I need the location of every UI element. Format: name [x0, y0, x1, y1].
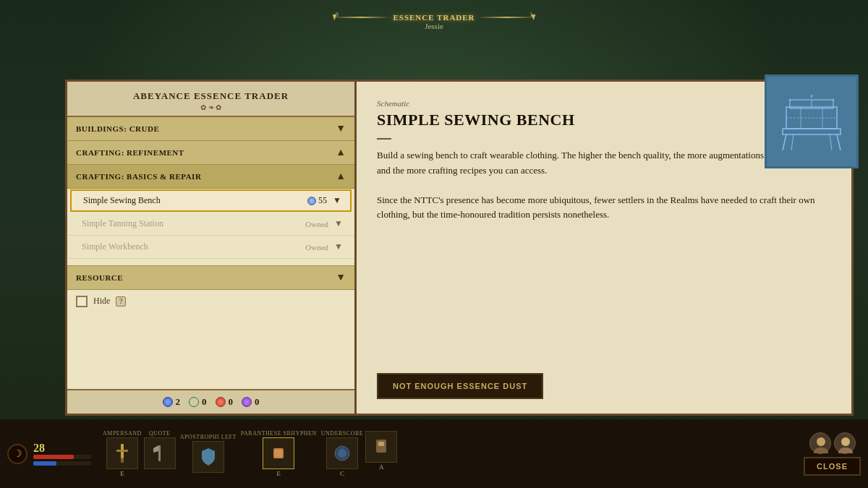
item-price-simple-sewing-bench: 55 [307, 195, 327, 206]
category-crafting-refinement-arrow: ▲ [336, 147, 346, 158]
currency-bar: 2 0 0 0 [67, 389, 354, 414]
buy-button[interactable]: NOT ENOUGH ESSENCE DUST [377, 373, 543, 399]
essence-icon-sewing [307, 197, 316, 205]
svg-rect-20 [275, 450, 282, 457]
list-item-simple-tanning-station[interactable]: Simple Tanning Station Owned ▼ [67, 213, 354, 236]
list-item-campfire[interactable]: Campfire Owned ▼ [67, 259, 354, 265]
hotbar-slots-3: PARANTHESE SRHYPHEN E [241, 430, 317, 477]
category-buildings-crude-arrow: ▼ [336, 123, 346, 134]
currency-amount-teal: 0 [202, 396, 207, 408]
hotbar-label-paranthese: PARANTHESE SRHYPHEN [241, 430, 317, 437]
hotbar-slot-6[interactable] [365, 431, 397, 463]
npc-level-right: 1 [529, 11, 533, 18]
hotbar-item-sword [111, 442, 133, 464]
npc-bar-left: 8 [332, 17, 390, 18]
category-crafting-refinement[interactable]: CRAFTING: REFINEMENT ▲ [67, 141, 354, 165]
hotbar-item-active [268, 442, 289, 464]
svg-rect-16 [121, 458, 124, 463]
item-dropdown-campfire[interactable]: ▼ [334, 265, 343, 265]
sub-items-list: Simple Sewing Bench 55 ▼ Simple Tanning … [67, 189, 354, 265]
item-owned-workbench: Owned [305, 243, 328, 252]
list-item-simple-workbench[interactable]: Simple Workbench Owned ▼ [67, 236, 354, 259]
player-icon: ☽ [7, 444, 27, 464]
npc-indicator: 8 ESSENCE TRADER 1 Jessie [332, 13, 535, 30]
hotbar-section-4: UNDERSCORE C A [321, 430, 397, 477]
hotbar-item-6 [370, 436, 392, 458]
hotbar-section-2: APOSTROPHI LEFT [180, 434, 237, 474]
hotbar-slot-5[interactable] [326, 437, 358, 469]
main-panel: ABEYANCE ESSENCE TRADER ✿ ❧ ✿ BUILDINGS:… [65, 80, 854, 416]
health-bar-fill [33, 455, 74, 459]
svg-line-4 [791, 134, 793, 150]
health-bar-container [33, 455, 91, 459]
left-panel: ABEYANCE ESSENCE TRADER ✿ ❧ ✿ BUILDINGS:… [65, 80, 354, 416]
category-crafting-refinement-label: CRAFTING: REFINEMENT [76, 148, 184, 157]
hotbar-slot-1[interactable] [106, 437, 138, 469]
hotbar-key-e1: E [120, 470, 124, 477]
hotbar-slots-1: AMPERSAND E QUOTE [103, 430, 176, 477]
category-buildings-crude[interactable]: BUILDINGS: CRUDE ▼ [67, 117, 354, 141]
close-button[interactable]: CLOSE [804, 457, 861, 476]
list-item-simple-sewing-bench[interactable]: Simple Sewing Bench 55 ▼ [70, 189, 352, 212]
svg-rect-17 [158, 445, 161, 461]
shop-header: ABEYANCE ESSENCE TRADER ✿ ❧ ✿ [67, 82, 354, 117]
schematic-description: Build a sewing bench to craft wearable c… [377, 148, 831, 179]
svg-rect-15 [116, 450, 128, 452]
svg-rect-0 [783, 129, 841, 134]
hotbar-item-shield [197, 446, 219, 468]
hotbar-item-5 [331, 442, 353, 464]
category-resource-label: RESOURCE [76, 273, 123, 282]
item-dropdown-sewing[interactable]: ▼ [333, 195, 341, 206]
svg-point-22 [338, 449, 346, 458]
schematic-title: SIMPLE SEWING BENCH [377, 111, 831, 129]
svg-line-3 [837, 134, 841, 150]
svg-point-25 [817, 437, 825, 446]
blueprint-image [765, 74, 859, 168]
hotbar-key-6: A [379, 463, 384, 471]
item-dropdown-workbench[interactable]: ▼ [334, 241, 343, 252]
blueprint-svg [775, 85, 848, 158]
item-name-workbench: Simple Workbench [82, 241, 305, 252]
npc-name: Jessie [332, 22, 535, 30]
category-resource[interactable]: RESOURCE ▼ [67, 265, 354, 290]
hotbar-section-3: PARANTHESE SRHYPHEN E [241, 430, 317, 477]
bottom-toolbar: ☽ 28 AMPERSAND [0, 419, 868, 488]
hotbar-slots-2: APOSTROPHI LEFT [180, 434, 237, 474]
avatar-pair [809, 432, 856, 454]
currency-dot-red [216, 397, 226, 407]
schematic-lore: Since the NTTC's presence has become mor… [377, 193, 831, 223]
currency-red: 0 [216, 396, 234, 408]
item-owned-tanning: Owned [305, 220, 328, 228]
shop-decoration: ✿ ❧ ✿ [73, 103, 349, 111]
hotbar-label-apostrophi: APOSTROPHI LEFT [180, 434, 237, 440]
hotbar-slots-4: UNDERSCORE C A [321, 430, 397, 477]
player-level: 28 [33, 442, 91, 455]
hotbar-label-quote: QUOTE [149, 430, 171, 437]
player-area: ☽ 28 [7, 442, 98, 466]
svg-point-11 [810, 95, 813, 98]
currency-amount-red: 0 [229, 396, 234, 408]
hotbar-slot-3[interactable] [192, 441, 224, 473]
item-dropdown-tanning[interactable]: ▼ [334, 218, 343, 229]
svg-line-2 [783, 134, 786, 150]
svg-point-12 [789, 99, 791, 101]
hide-checkbox[interactable] [76, 296, 88, 307]
currency-purple: 0 [242, 396, 260, 408]
item-name-simple-sewing-bench: Simple Sewing Bench [83, 195, 307, 206]
currency-dot-blue [163, 397, 173, 407]
currency-blue: 2 [163, 396, 181, 408]
hide-row: Hide ? [67, 290, 354, 313]
left-panel-spacer [67, 313, 354, 390]
currency-amount-blue: 2 [176, 396, 181, 408]
schematic-divider [377, 138, 391, 140]
svg-line-5 [830, 134, 832, 150]
svg-rect-24 [378, 442, 384, 446]
hotbar-slot-2[interactable] [144, 437, 176, 469]
hotbar-slot-4-active[interactable] [263, 437, 294, 469]
right-panel: Schematic SIMPLE SEWING BENCH Build a se… [354, 80, 854, 416]
category-crafting-basics[interactable]: CRAFTING: BASICS & REPAIR ▲ [67, 165, 354, 189]
avatar-2 [834, 432, 856, 454]
close-area: CLOSE [804, 432, 861, 476]
hide-question-icon[interactable]: ? [116, 296, 126, 307]
category-buildings-crude-label: BUILDINGS: CRUDE [76, 124, 159, 133]
